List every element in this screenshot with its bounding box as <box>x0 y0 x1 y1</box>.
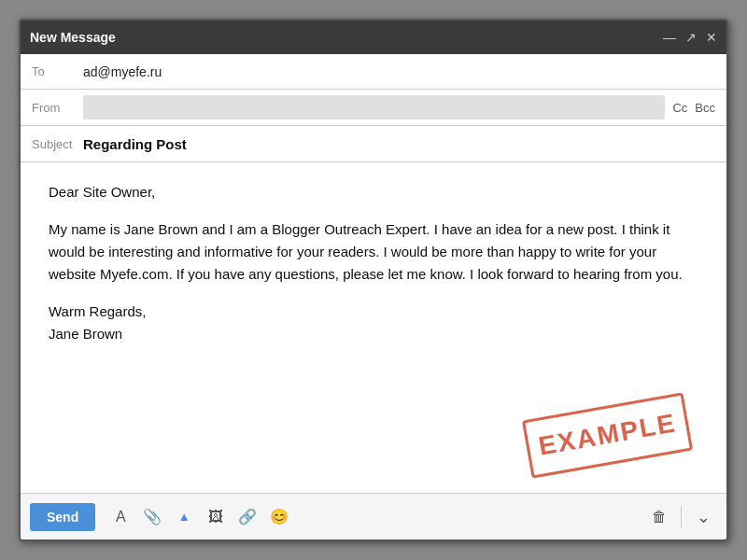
emoji-icon-label: 😊 <box>270 508 289 525</box>
cc-button[interactable]: Cc <box>672 101 687 115</box>
subject-label: Subject <box>32 137 83 151</box>
window-title: New Message <box>30 30 116 45</box>
image-icon[interactable]: 🖼 <box>202 503 230 531</box>
font-icon-label: A <box>116 509 126 525</box>
send-button[interactable]: Send <box>30 503 95 531</box>
more-options-icon[interactable]: ⌄ <box>689 503 717 531</box>
link-icon[interactable]: 🔗 <box>233 503 261 531</box>
subject-value[interactable]: Regarding Post <box>83 136 715 152</box>
emoji-icon[interactable]: 😊 <box>265 503 293 531</box>
toolbar: Send A 📎 ▲ 🖼 🔗 😊 🗑 ⌄ <box>21 493 726 539</box>
drive-icon-label: ▲ <box>178 510 190 524</box>
closing-text: Warm Regards, <box>49 303 146 319</box>
main-paragraph: My name is Jane Brown and I am a Blogger… <box>49 218 698 286</box>
drive-icon[interactable]: ▲ <box>170 503 198 531</box>
close-button[interactable]: ✕ <box>706 30 717 45</box>
to-row: To ad@myefe.ru <box>21 54 726 90</box>
salutation: Dear Site Owner, <box>49 181 698 203</box>
trash-icon-label: 🗑 <box>652 509 667 525</box>
window-controls: — ↗ ✕ <box>663 30 717 45</box>
bcc-button[interactable]: Bcc <box>695 101 715 115</box>
cc-bcc-controls: Cc Bcc <box>672 101 715 115</box>
from-label: From <box>32 101 83 115</box>
link-icon-label: 🔗 <box>238 508 257 525</box>
image-icon-label: 🖼 <box>208 509 223 525</box>
maximize-button[interactable]: ↗ <box>685 30 697 45</box>
to-label: To <box>32 64 83 78</box>
toolbar-separator <box>681 506 682 528</box>
signature: Jane Brown <box>49 326 122 342</box>
email-header: To ad@myefe.ru From Cc Bcc Subject Regar… <box>21 54 726 162</box>
closing: Warm Regards, Jane Brown <box>49 301 698 345</box>
email-compose-window: New Message — ↗ ✕ To ad@myefe.ru From Cc… <box>19 19 728 541</box>
attach-icon-label: 📎 <box>143 508 162 525</box>
email-body[interactable]: Dear Site Owner, My name is Jane Brown a… <box>21 162 726 493</box>
trash-icon[interactable]: 🗑 <box>645 503 673 531</box>
minimize-button[interactable]: — <box>663 30 676 45</box>
body-text: Dear Site Owner, My name is Jane Brown a… <box>49 181 698 345</box>
title-bar: New Message — ↗ ✕ <box>21 21 726 54</box>
font-icon[interactable]: A <box>106 503 134 531</box>
from-row: From Cc Bcc <box>21 90 726 126</box>
example-stamp: EXAMPLE <box>522 392 694 478</box>
from-input[interactable] <box>83 95 665 119</box>
to-value[interactable]: ad@myefe.ru <box>83 64 715 79</box>
attach-icon[interactable]: 📎 <box>138 503 166 531</box>
more-options-label: ⌄ <box>697 507 711 527</box>
subject-row: Subject Regarding Post <box>21 126 726 161</box>
